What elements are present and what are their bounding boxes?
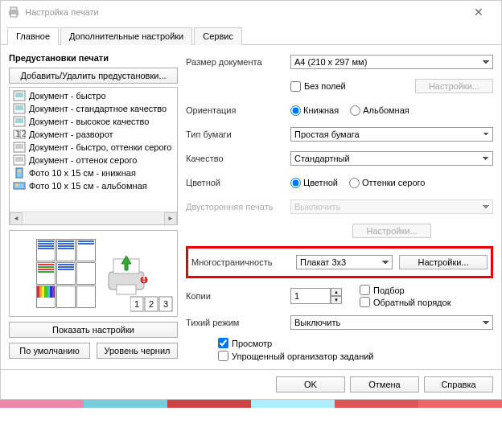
cancel-button[interactable]: Отмена	[350, 376, 419, 393]
svg-rect-2	[10, 14, 17, 17]
poster-preview-icon	[36, 239, 96, 308]
copies-spinbox[interactable]: ▲▼	[290, 288, 342, 304]
svg-text:3: 3	[163, 299, 168, 309]
tab-main[interactable]: Главное	[7, 27, 59, 45]
svg-point-30	[15, 183, 19, 187]
svg-point-28	[18, 170, 21, 173]
copies-icon: 123	[130, 294, 174, 313]
reverse-order-checkbox[interactable]: Обратный порядок	[360, 297, 451, 307]
orientation-portrait-radio[interactable]: Книжная	[290, 105, 339, 116]
paper-type-select[interactable]: Простая бумага	[290, 127, 493, 142]
color-label: Цветной	[186, 178, 290, 187]
ok-button[interactable]: OK	[276, 376, 345, 393]
svg-text:2: 2	[22, 129, 26, 138]
dialog-buttons: OK Отмена Справка	[1, 369, 501, 399]
list-item[interactable]: Документ - быстро, оттенки серого	[11, 141, 175, 154]
doc-icon	[13, 116, 26, 127]
list-item[interactable]: Фото 10 x 15 см - альбомная	[11, 179, 175, 192]
grayscale-radio[interactable]: Оттенки серого	[349, 178, 425, 188]
preview-checkbox[interactable]: Просмотр	[218, 338, 493, 348]
duplex-select: Выключить	[290, 199, 493, 214]
quiet-mode-select[interactable]: Выключить	[290, 315, 493, 330]
list-item[interactable]: Фото 10 x 15 см - книжная	[11, 166, 175, 179]
right-panel: Размер документа A4 (210 x 297 мм) Без п…	[186, 53, 493, 361]
quiet-mode-label: Тихий режим	[186, 318, 290, 327]
preview-box: ! 123	[9, 230, 178, 317]
help-button[interactable]: Справка	[424, 376, 493, 393]
defaults-button[interactable]: По умолчанию	[9, 343, 90, 359]
multipage-label: Многостраничность	[191, 257, 296, 267]
collate-checkbox[interactable]: Подбор	[360, 285, 451, 295]
orientation-label: Ориентация	[186, 105, 290, 115]
svg-rect-29	[14, 183, 25, 189]
print-settings-window: Настройка печати ✕ Главное Дополнительны…	[0, 0, 502, 400]
background-strip	[0, 400, 502, 408]
doc-icon	[13, 90, 26, 101]
borderless-settings-button: Настройки...	[415, 79, 493, 93]
show-settings-button[interactable]: Показать настройки	[9, 322, 178, 338]
ink-levels-button[interactable]: Уровень чернил	[97, 343, 178, 359]
copies-input[interactable]	[290, 288, 331, 304]
svg-rect-23	[14, 155, 25, 165]
quality-label: Качество	[186, 154, 290, 163]
content-area: Предустановки печати Добавить/Удалить пр…	[1, 45, 501, 369]
doc-gray-icon	[13, 142, 26, 153]
list-item[interactable]: Документ - быстро	[11, 89, 175, 102]
svg-text:!: !	[142, 274, 146, 284]
spread-icon: 12	[13, 129, 26, 140]
tab-service[interactable]: Сервис	[194, 27, 242, 45]
preset-list[interactable]: Документ - быстро Документ - стандартное…	[9, 87, 178, 225]
horizontal-scrollbar[interactable]: ◄►	[10, 212, 177, 224]
list-item[interactable]: 12Документ - разворот	[11, 128, 175, 141]
titlebar: Настройка печати ✕	[1, 1, 501, 23]
duplex-label: Двусторонняя печать	[186, 202, 290, 212]
multipage-settings-button[interactable]: Настройки...	[399, 255, 488, 269]
multipage-select[interactable]: Плакат 3x3	[296, 255, 393, 269]
close-button[interactable]: ✕	[463, 6, 495, 18]
tabs: Главное Дополнительные настройки Сервис	[1, 23, 501, 45]
svg-text:1: 1	[134, 299, 139, 309]
svg-rect-7	[14, 104, 25, 113]
svg-rect-19	[14, 142, 25, 152]
list-item[interactable]: Документ - оттенок серого	[11, 154, 175, 166]
photo-portrait-icon	[13, 167, 26, 179]
printer-icon	[7, 6, 20, 18]
svg-text:1: 1	[15, 129, 20, 138]
tab-advanced[interactable]: Дополнительные настройки	[60, 27, 192, 45]
presets-title: Предустановки печати	[9, 53, 178, 63]
multipage-highlight-box: Многостраничность Плакат 3x3 Настройки..…	[186, 246, 493, 278]
add-remove-presets-button[interactable]: Добавить/Удалить предустановки...	[9, 68, 178, 84]
color-radio[interactable]: Цветной	[290, 178, 338, 188]
quality-select[interactable]: Стандартный	[290, 151, 493, 166]
left-panel: Предустановки печати Добавить/Удалить пр…	[9, 53, 178, 361]
doc-size-label: Размер документа	[186, 57, 290, 67]
svg-rect-11	[14, 117, 25, 126]
paper-type-label: Тип бумаги	[186, 129, 290, 139]
list-item[interactable]: Документ - стандартное качество	[11, 102, 175, 115]
doc-gray-icon	[13, 154, 26, 166]
svg-text:2: 2	[149, 299, 154, 309]
orientation-landscape-radio[interactable]: Альбомная	[350, 105, 409, 116]
spin-up[interactable]: ▲	[331, 288, 342, 296]
list-item[interactable]: Документ - высокое качество	[11, 115, 175, 128]
borderless-checkbox[interactable]: Без полей	[290, 81, 346, 92]
duplex-settings-button: Настройки...	[352, 224, 430, 238]
window-title: Настройка печати	[25, 7, 463, 17]
svg-rect-1	[10, 7, 17, 10]
printer-icon: !	[102, 249, 150, 298]
spin-down[interactable]: ▼	[331, 296, 342, 304]
simple-organizer-checkbox[interactable]: Упрощенный организатор заданий	[218, 351, 493, 361]
copies-label: Копии	[186, 291, 290, 301]
photo-landscape-icon	[13, 180, 26, 191]
doc-size-select[interactable]: A4 (210 x 297 мм)	[290, 55, 493, 69]
svg-rect-3	[14, 91, 25, 101]
doc-icon	[13, 103, 26, 114]
